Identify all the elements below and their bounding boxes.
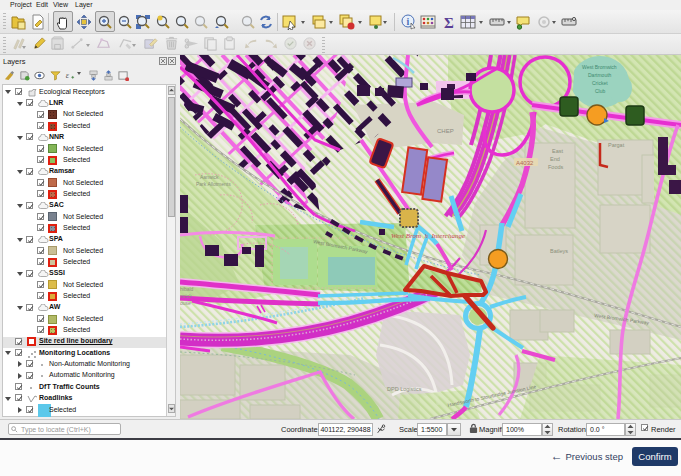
svg-text:West Bromwich: West Bromwich [582,64,617,70]
svg-text:Pargat: Pargat [608,142,625,148]
svg-text:A4032: A4032 [516,160,534,166]
svg-text:ouse: ouse [180,300,191,306]
svg-text:East: East [552,148,563,154]
svg-text:Batleys: Batleys [550,248,568,254]
svg-text:Foods: Foods [548,164,564,170]
svg-text:Dartmouth: Dartmouth [588,72,612,78]
svg-text:Aanwick: Aanwick [200,174,219,180]
svg-text:Club: Club [595,88,606,94]
svg-text:ε: ε [66,71,70,80]
svg-text:CHEP: CHEP [437,128,454,134]
svg-text:Park Allotments: Park Allotments [196,181,231,187]
svg-text:Cricket: Cricket [592,80,608,86]
svg-text:i: i [407,16,410,27]
svg-text:West Brom h Interchange: West Brom h Interchange [391,232,465,240]
svg-text:End: End [550,156,560,162]
svg-text:hibald: hibald [180,286,194,292]
svg-text:DPD Logistics: DPD Logistics [387,386,422,392]
svg-text:nnick: nnick [180,293,192,299]
svg-text:Σ: Σ [444,15,454,30]
